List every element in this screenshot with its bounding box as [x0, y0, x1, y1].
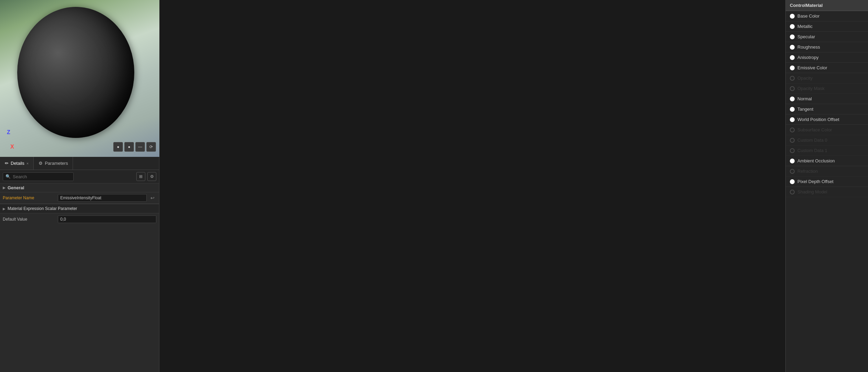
material-pin-row-8[interactable]: Normal	[786, 94, 868, 104]
default-value-row: Default Value	[0, 213, 159, 225]
material-pin-row-5[interactable]: Emissive Color	[786, 63, 868, 73]
mat-pin-label-6: Opacity	[797, 76, 813, 81]
mat-pin-9[interactable]	[790, 107, 795, 112]
material-pin-row-2[interactable]: Specular	[786, 32, 868, 42]
mat-pin-11	[790, 128, 795, 132]
general-arrow-icon: ▶	[3, 186, 6, 190]
general-section-header[interactable]: ▶ General	[0, 183, 159, 192]
parameter-name-label: Parameter Name	[3, 195, 58, 200]
details-icon: ✏	[5, 161, 9, 166]
mat-pin-label-13: Custom Data 1	[797, 148, 827, 153]
grid-view-button[interactable]: ⊞	[136, 172, 145, 181]
material-pin-row-13: Custom Data 1	[786, 145, 868, 156]
mat-pin-label-16: Pixel Depth Offset	[797, 179, 834, 184]
bottom-panels: ✏ Details × ⚙ Parameters 🔍 ⊞ ⚙	[0, 157, 159, 372]
details-panel: ✏ Details × ⚙ Parameters 🔍 ⊞ ⚙	[0, 157, 159, 372]
search-input[interactable]	[3, 172, 74, 181]
material-pin-row-15: Refraction	[786, 166, 868, 177]
mat-pin-7	[790, 86, 795, 91]
material-pin-row-17: Shading Model	[786, 187, 868, 197]
general-section-label: General	[8, 185, 24, 190]
details-toolbar: 🔍 ⊞ ⚙	[0, 170, 159, 183]
material-pin-row-0[interactable]: Base Color	[786, 11, 868, 21]
viewport: Z X ● ● — ⟳	[0, 0, 159, 157]
mat-pin-label-12: Custom Data 0	[797, 138, 827, 143]
axis-widget: Z X	[3, 129, 24, 150]
mat-pin-label-5: Emissive Color	[797, 65, 827, 70]
mat-pin-label-10: World Position Offset	[797, 117, 839, 122]
material-pin-row-1[interactable]: Metallic	[786, 21, 868, 32]
mat-pin-4[interactable]	[790, 55, 795, 60]
mat-pin-0[interactable]	[790, 14, 795, 19]
details-tab-close[interactable]: ×	[27, 161, 29, 165]
mat-pin-6	[790, 76, 795, 81]
material-pin-row-7: Opacity Mask	[786, 83, 868, 94]
mat-pin-label-17: Shading Model	[797, 189, 827, 194]
mat-pin-10[interactable]	[790, 117, 795, 122]
mat-pin-label-1: Metallic	[797, 24, 813, 29]
mat-pin-1[interactable]	[790, 24, 795, 29]
main-canvas-container: EmissiveColorVector Param (0,0,0,0) ▲	[159, 0, 785, 372]
mat-pin-15	[790, 169, 795, 174]
mat-pin-13	[790, 148, 795, 153]
parameter-name-reset-button[interactable]: ↩	[149, 194, 156, 202]
mat-pin-label-14: Ambient Occlusion	[797, 158, 835, 163]
viewport-tool-flat[interactable]: ●	[124, 142, 134, 152]
material-pin-row-10[interactable]: World Position Offset	[786, 114, 868, 125]
settings-button[interactable]: ⚙	[147, 172, 156, 181]
mat-pin-label-9: Tangent	[797, 107, 813, 112]
details-tab[interactable]: ✏ Details ×	[0, 157, 34, 170]
material-expression-label: Material Expression Scalar Parameter	[8, 206, 77, 211]
viewport-tool-reset[interactable]: ⟳	[146, 142, 156, 152]
mat-pin-label-0: Base Color	[797, 13, 819, 19]
mat-expr-arrow-icon: ▶	[3, 207, 6, 211]
viewport-tools: ● ● — ⟳	[113, 142, 156, 152]
material-pins-container: Base ColorMetallicSpecularRoughnessAniso…	[786, 11, 868, 197]
control-material-header: ControlMaterial	[786, 0, 868, 11]
viewport-tool-minus[interactable]: —	[135, 142, 145, 152]
search-icon: 🔍	[6, 174, 11, 179]
mat-pin-label-11: Subsurface Color	[797, 127, 832, 132]
material-pin-row-4[interactable]: Anisotropy	[786, 52, 868, 63]
mat-pin-14[interactable]	[790, 159, 795, 163]
mat-pin-label-2: Specular	[797, 34, 815, 39]
axis-x-label: X	[10, 144, 14, 150]
mat-pin-12	[790, 138, 795, 143]
material-pin-row-11: Subsurface Color	[786, 125, 868, 135]
default-value-input[interactable]	[58, 215, 156, 223]
material-pin-row-6: Opacity	[786, 73, 868, 83]
parameter-name-input[interactable]	[58, 194, 147, 202]
panel-tab-bar: ✏ Details × ⚙ Parameters	[0, 157, 159, 170]
material-pin-row-14[interactable]: Ambient Occlusion	[786, 156, 868, 166]
material-pin-row-12: Custom Data 0	[786, 135, 868, 145]
parameters-tab[interactable]: ⚙ Parameters	[34, 157, 73, 170]
parameters-icon: ⚙	[39, 161, 43, 166]
mat-pin-3[interactable]	[790, 45, 795, 50]
material-pin-row-9[interactable]: Tangent	[786, 104, 868, 114]
mat-pin-label-15: Refraction	[797, 169, 818, 174]
search-wrapper: 🔍	[3, 172, 134, 181]
material-pin-row-16[interactable]: Pixel Depth Offset	[786, 177, 868, 187]
sphere-preview	[17, 7, 134, 138]
material-pin-row-3[interactable]: Roughness	[786, 42, 868, 52]
mat-pin-17	[790, 190, 795, 194]
mat-pin-label-3: Roughness	[797, 44, 820, 50]
material-expression-header[interactable]: ▶ Material Expression Scalar Parameter	[0, 204, 159, 213]
mat-pin-label-8: Normal	[797, 96, 812, 101]
left-panel: Z X ● ● — ⟳ ✏ Details × ⚙ Parameters	[0, 0, 159, 372]
mat-pin-2[interactable]	[790, 34, 795, 39]
mat-pin-label-4: Anisotropy	[797, 55, 818, 60]
parameter-name-row: Parameter Name ↩	[0, 192, 159, 204]
right-panel: ControlMaterial Base ColorMetallicSpecul…	[785, 0, 868, 372]
details-tab-label: Details	[11, 161, 24, 166]
viewport-tool-sphere[interactable]: ●	[113, 142, 123, 152]
mat-pin-16[interactable]	[790, 179, 795, 184]
mat-pin-8[interactable]	[790, 97, 795, 101]
default-value-label: Default Value	[3, 217, 58, 222]
mat-pin-5[interactable]	[790, 66, 795, 70]
parameters-tab-label: Parameters	[45, 161, 68, 166]
axis-z-label: Z	[7, 129, 10, 135]
mat-pin-label-7: Opacity Mask	[797, 86, 825, 91]
